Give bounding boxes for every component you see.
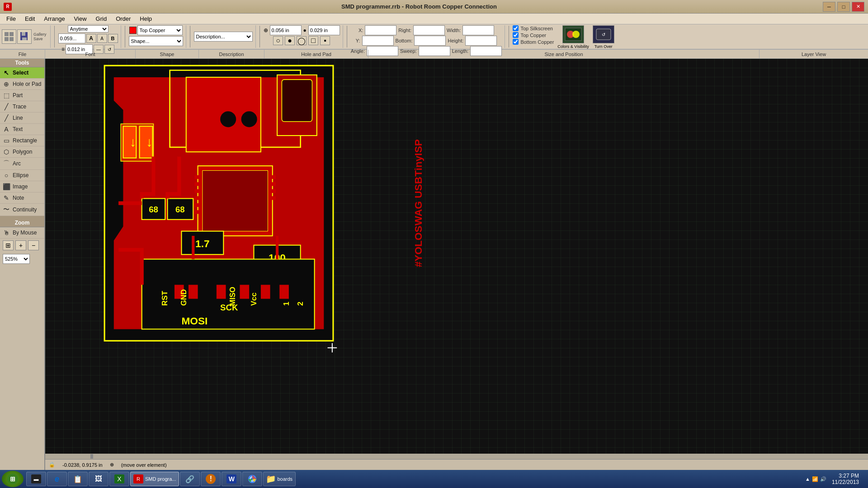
shape-circle-btn[interactable]: ○ [273, 36, 283, 45]
shape-square-btn[interactable]: □ [308, 36, 318, 45]
shape-select[interactable]: Shape... [129, 36, 183, 46]
colors-visibility-icon[interactable] [562, 25, 584, 43]
svg-rect-1 [9, 32, 14, 36]
polygon-label: Polygon [13, 149, 32, 155]
zoom-in-button[interactable]: + [15, 240, 26, 250]
pad-size-input[interactable] [308, 25, 340, 35]
x-input[interactable] [365, 25, 396, 35]
taskbar-smd[interactable]: R SMD progra... [130, 472, 179, 486]
menu-grid[interactable]: Grid [91, 14, 112, 23]
cursor-icon: ⊕ [110, 462, 114, 468]
top-copper-checkbox[interactable] [513, 32, 519, 38]
svg-rect-29 [194, 189, 201, 193]
layer-select[interactable]: Top Copper [137, 25, 183, 35]
timing-select[interactable]: Anytime [68, 25, 108, 33]
sidebar-item-continuity[interactable]: 〜 Continuity [0, 204, 44, 216]
description-select[interactable]: Description... [194, 32, 253, 42]
hole-icon: ⊕ [3, 80, 10, 88]
continuity-label: Continuity [13, 206, 37, 213]
taskbar-folder-label: boards [277, 476, 292, 482]
menu-arrange[interactable]: Arrange [39, 14, 69, 23]
ellipse-icon: ○ [3, 172, 10, 179]
sidebar-item-polygon[interactable]: ⬡ Polygon [0, 146, 44, 158]
taskbar-app6[interactable]: 🔗 [180, 472, 200, 486]
turn-over-icon[interactable]: ↺ [593, 25, 614, 43]
sidebar-item-rectangle[interactable]: ▭ Rectangle [0, 135, 44, 146]
svg-text:MOSI: MOSI [181, 315, 208, 327]
toolbar-layer-group: Top Copper Shape... [129, 25, 186, 48]
clock-date: 11/22/2013 [832, 479, 859, 485]
toolbar-divider-2 [125, 26, 125, 47]
menu-file[interactable]: File [2, 14, 20, 23]
toolbar-colors-group: Top Silkscreen Top Copper Bottom Copper [513, 25, 617, 48]
bottom-input[interactable] [414, 36, 446, 46]
svg-rect-3 [9, 37, 14, 41]
sidebar-item-select[interactable]: ↖ Select [0, 67, 44, 79]
section-labels: File Font Shape Description Hole and Pad… [0, 50, 868, 59]
taskbar-word[interactable]: W [222, 472, 241, 486]
bottom-copper-checkbox[interactable] [513, 39, 519, 45]
canvas-area[interactable]: ↓ ↓ 6 [45, 59, 868, 470]
toolbar-divider-5 [347, 26, 347, 47]
rectangle-label: Rectangle [13, 137, 37, 144]
note-icon: ✎ [3, 194, 10, 202]
taskbar-app3[interactable]: 📋 [68, 472, 88, 486]
mouse-icon: 🖱 [3, 229, 10, 236]
menubar: File Edit Arrange View Grid Order Help [0, 14, 868, 24]
shape-more-btn[interactable]: ▪ [320, 36, 330, 45]
y-input[interactable] [362, 36, 394, 46]
menu-view[interactable]: View [70, 14, 91, 23]
svg-text:68: 68 [175, 205, 185, 214]
gallery-button[interactable] [2, 29, 16, 44]
sidebar-item-part[interactable]: ⬚ Part [0, 90, 44, 101]
menu-order[interactable]: Order [111, 14, 135, 23]
sidebar-item-hole-or-pad[interactable]: ⊕ Hole or Pad [0, 79, 44, 90]
sidebar-item-arc[interactable]: ⌒ Arc [0, 158, 44, 170]
zoom-percent-select[interactable]: 525% [3, 254, 30, 264]
font-a-button[interactable]: A [97, 34, 107, 43]
top-silkscreen-checkbox[interactable] [513, 25, 519, 31]
minimize-button[interactable]: ─ [823, 2, 835, 12]
shape-circle-outline-btn[interactable]: ◯ [297, 36, 307, 45]
sidebar-item-image[interactable]: ⬛ Image [0, 181, 44, 192]
pad-size-icon: ● [303, 27, 307, 33]
taskbar-app7[interactable]: ! [201, 472, 221, 486]
save-button[interactable] [17, 29, 32, 44]
sidebar-item-by-mouse[interactable]: 🖱 By Mouse [0, 227, 44, 239]
menu-edit[interactable]: Edit [20, 14, 39, 23]
sidebar-item-trace[interactable]: ╱ Trace [0, 101, 44, 113]
cmd-icon: ▬ [31, 474, 41, 483]
sidebar: Tools ↖ Select ⊕ Hole or Pad ⬚ Part ╱ Tr… [0, 59, 45, 470]
width-input[interactable] [462, 25, 494, 35]
tray-arrow[interactable]: ▲ [805, 476, 810, 482]
taskbar-cmd[interactable]: ▬ [26, 472, 46, 486]
right-input[interactable] [413, 25, 445, 35]
taskbar-folder[interactable]: 📁 boards [263, 472, 296, 486]
close-button[interactable]: ✕ [852, 2, 864, 12]
taskbar-app4[interactable]: 🖼 [89, 472, 108, 486]
pcb-canvas[interactable]: ↓ ↓ 6 [90, 63, 520, 352]
start-button[interactable]: ⊞ [2, 471, 24, 487]
font-b-button[interactable]: B [108, 34, 118, 43]
font-size-input[interactable] [58, 33, 85, 43]
font-bold-a-button[interactable]: A [86, 34, 96, 43]
zoom-fit-button[interactable]: ⊞ [3, 240, 14, 250]
bottom-copper-label: Bottom Copper [520, 39, 554, 45]
height-input[interactable] [465, 36, 497, 46]
horizontal-scrollbar[interactable] [45, 454, 868, 459]
taskbar-ie[interactable]: e [47, 472, 67, 486]
svg-rect-32 [194, 210, 201, 214]
maximize-button[interactable]: □ [837, 2, 850, 12]
taskbar-chrome[interactable] [242, 472, 262, 486]
scroll-thumb[interactable] [90, 454, 93, 459]
sidebar-item-note[interactable]: ✎ Note [0, 192, 44, 204]
taskbar-excel[interactable]: X [109, 472, 129, 486]
hole-size-input[interactable] [270, 25, 302, 35]
shape-circle-filled-btn[interactable]: ● [285, 36, 295, 45]
window-controls: ─ □ ✕ [823, 2, 864, 12]
sidebar-item-ellipse[interactable]: ○ Ellipse [0, 170, 44, 181]
menu-help[interactable]: Help [135, 14, 156, 23]
sidebar-item-line[interactable]: ╱ Line [0, 113, 44, 124]
sidebar-item-text[interactable]: A Text [0, 124, 44, 135]
zoom-out-button[interactable]: − [28, 240, 39, 250]
